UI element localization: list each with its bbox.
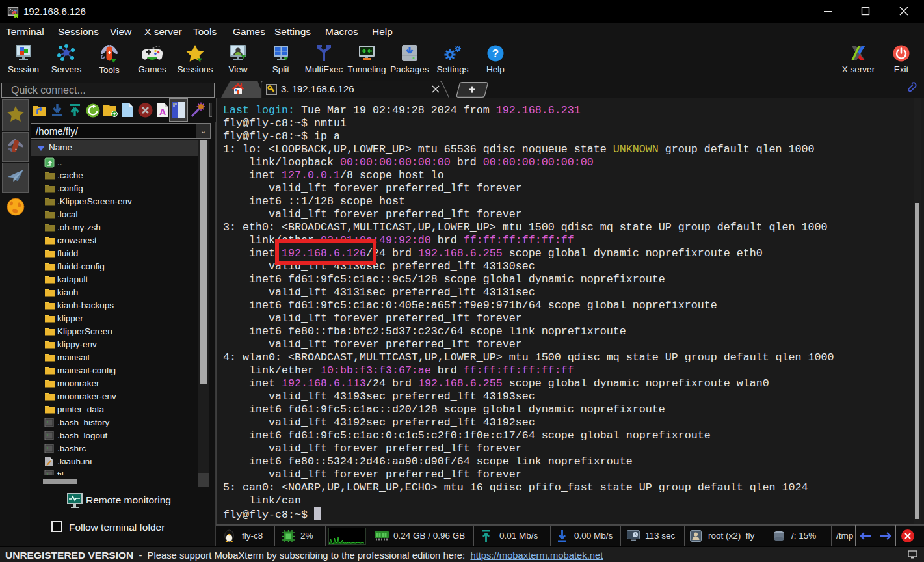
svg-text:?: ? (492, 47, 499, 60)
svg-text:A: A (159, 107, 166, 117)
